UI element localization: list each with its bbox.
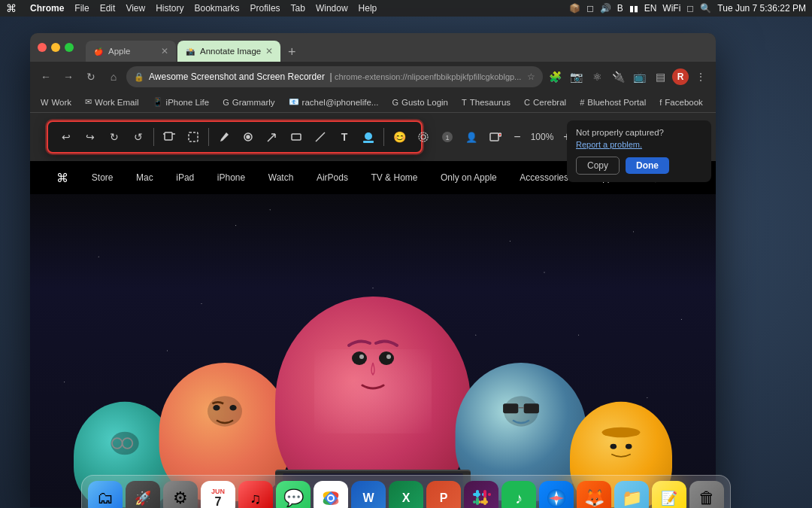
dock-chrome[interactable]: [314, 481, 348, 508]
dock-word[interactable]: W: [351, 481, 386, 508]
pen-button[interactable]: [214, 126, 235, 148]
dock-firefox[interactable]: 🦊: [577, 481, 611, 508]
menu-history[interactable]: History: [156, 3, 183, 14]
cast-icon[interactable]: 📺: [630, 68, 648, 86]
menu-bar-volume-icon[interactable]: 🔊: [600, 3, 611, 14]
rotate-ccw-button[interactable]: ↺: [128, 126, 149, 148]
menu-tab[interactable]: Tab: [291, 3, 305, 14]
dock-files[interactable]: 📁: [614, 481, 649, 508]
dock-trash[interactable]: 🗑: [689, 481, 724, 508]
apple-nav-iphone[interactable]: iPhone: [217, 172, 245, 183]
menu-edit[interactable]: Edit: [100, 3, 116, 14]
apple-nav-only-apple[interactable]: Only on Apple: [441, 172, 497, 183]
apple-nav-airpods[interactable]: AirPods: [317, 172, 348, 183]
dock-excel[interactable]: X: [389, 481, 423, 508]
apple-nav-tv-home[interactable]: TV & Home: [371, 172, 417, 183]
bookmark-facebook[interactable]: f Facebook: [655, 96, 707, 108]
home-button[interactable]: ⌂: [104, 67, 123, 87]
menu-help[interactable]: Help: [359, 3, 377, 14]
dock-spotify[interactable]: ♪: [501, 481, 536, 508]
bookmark-rachel[interactable]: 📧 rachel@iphonelife...: [284, 96, 383, 108]
minimize-button[interactable]: [51, 43, 60, 52]
dock-messages[interactable]: 💬: [276, 481, 311, 508]
report-problem-link[interactable]: Report a problem.: [576, 140, 702, 149]
back-button[interactable]: ←: [36, 67, 56, 87]
extensions-icon[interactable]: 🧩: [546, 68, 564, 86]
close-button[interactable]: [38, 43, 47, 52]
menu-bar-bluetooth-icon[interactable]: B: [617, 3, 623, 14]
undo-button[interactable]: ↩: [56, 126, 77, 148]
reload-button[interactable]: ↻: [81, 67, 101, 87]
emoji-button[interactable]: 😊: [389, 126, 410, 148]
svg-rect-3: [189, 132, 198, 141]
rectangle-button[interactable]: [286, 126, 307, 148]
chrome-window: 🍎 Apple ✕ 📸 Annotate Image ✕ + ← → ↻ ⌂ 🔒: [30, 33, 716, 507]
tab-apple[interactable]: 🍎 Apple ✕: [86, 41, 176, 62]
zoom-minus-button[interactable]: −: [509, 129, 526, 145]
screen-record-button[interactable]: [485, 126, 506, 148]
line-button[interactable]: [310, 126, 331, 148]
chrome-menu-icon[interactable]: ⋮: [692, 68, 710, 86]
tab-annotate-close-icon[interactable]: ✕: [265, 46, 273, 56]
awesome-screenshot-icon[interactable]: 📷: [567, 68, 585, 86]
dock-notes[interactable]: 📝: [652, 481, 686, 508]
dock-slack[interactable]: [464, 481, 498, 508]
menu-bar-wifi-icon[interactable]: WiFi: [662, 3, 680, 14]
sidebar-icon[interactable]: ▤: [651, 68, 669, 86]
menu-view[interactable]: View: [126, 3, 145, 14]
forward-button[interactable]: →: [59, 67, 78, 87]
blur-button[interactable]: [413, 126, 434, 148]
menu-bar-search-icon[interactable]: 🔍: [700, 3, 711, 14]
menu-file[interactable]: File: [74, 3, 89, 14]
account-icon[interactable]: R: [672, 68, 689, 85]
bookmark-grammarly-icon: G: [223, 98, 229, 107]
app-name-label[interactable]: Chrome: [30, 3, 64, 14]
bookmark-grammarly[interactable]: G Grammarly: [218, 96, 279, 108]
menu-profiles[interactable]: Profiles: [250, 3, 280, 14]
dock-safari[interactable]: [539, 481, 574, 508]
dock-music[interactable]: ♫: [238, 481, 273, 508]
copy-button[interactable]: Copy: [576, 157, 620, 175]
apple-nav-mac[interactable]: Mac: [136, 172, 153, 183]
react-devtools-icon[interactable]: ⚛: [588, 68, 606, 86]
bookmark-iphonelife[interactable]: 📱 iPhone Life: [148, 96, 214, 108]
fullscreen-button[interactable]: [65, 43, 74, 52]
apple-nav-ipad[interactable]: iPad: [176, 172, 194, 183]
done-button[interactable]: Done: [626, 157, 669, 174]
menu-bookmarks[interactable]: Bookmarks: [195, 3, 240, 14]
apple-nav-watch[interactable]: Watch: [268, 172, 294, 183]
bookmark-cerebral[interactable]: C Cerebral: [520, 96, 571, 108]
dock-calendar[interactable]: JUN 7: [201, 481, 235, 508]
address-bar[interactable]: 🔒 Awesome Screenshot and Screen Recorder…: [126, 66, 543, 87]
select-button[interactable]: [183, 126, 204, 148]
number-badge-button[interactable]: 1: [437, 126, 458, 148]
bookmark-work[interactable]: W Work: [36, 96, 76, 108]
apple-menu-icon[interactable]: ⌘: [6, 2, 17, 14]
arrow-button[interactable]: [262, 126, 283, 148]
new-tab-button[interactable]: +: [282, 42, 301, 62]
color-picker-button[interactable]: [358, 126, 379, 148]
dock-system-settings[interactable]: ⚙: [163, 481, 198, 508]
tab-apple-close-icon[interactable]: ✕: [161, 46, 168, 56]
bookmark-gusto[interactable]: G Gusto Login: [387, 96, 453, 108]
bookmark-thesaurus[interactable]: T Thesaurus: [457, 96, 515, 108]
apple-nav-store[interactable]: Store: [92, 172, 114, 183]
tab-annotate[interactable]: 📸 Annotate Image ✕: [177, 41, 280, 62]
ext-icon[interactable]: 🔌: [609, 68, 627, 86]
text-button[interactable]: T: [334, 126, 355, 148]
bookmark-bluehost[interactable]: # Bluehost Portal: [575, 96, 650, 108]
bookmark-star-icon[interactable]: ☆: [527, 71, 535, 82]
redo-button[interactable]: ↪: [80, 126, 101, 148]
dock-launchpad[interactable]: 🚀: [126, 481, 160, 508]
crop-button[interactable]: [159, 126, 180, 148]
sticker-button[interactable]: 👤: [461, 126, 482, 148]
apple-nav-accessories[interactable]: Accessories: [520, 172, 568, 183]
rotate-cw-button[interactable]: ↻: [104, 126, 125, 148]
dock-powerpoint[interactable]: P: [426, 481, 461, 508]
menu-window[interactable]: Window: [316, 3, 348, 14]
bookmark-work-email[interactable]: ✉ Work Email: [80, 96, 144, 108]
highlighter-button[interactable]: [238, 126, 259, 148]
capture-panel-title: Not properly captured?: [576, 128, 702, 137]
tab-apple-favicon: 🍎: [93, 46, 104, 56]
dock-finder[interactable]: 🗂: [88, 481, 123, 508]
